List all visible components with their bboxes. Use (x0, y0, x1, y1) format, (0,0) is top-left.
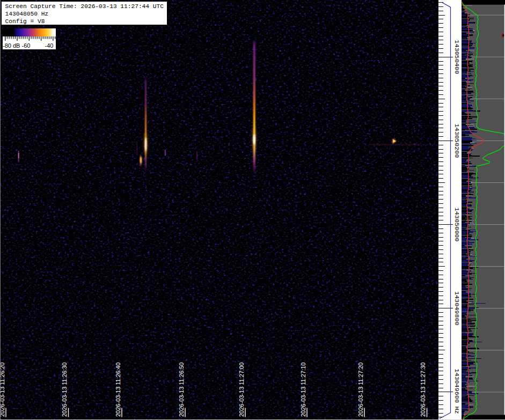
svg-text:143050000: 143050000 (453, 208, 460, 242)
svg-text:-80 dB -60: -80 dB -60 (3, 42, 30, 49)
svg-text:Hz: Hz (453, 407, 460, 414)
svg-text:143049800: 143049800 (453, 291, 460, 326)
svg-text:143050200: 143050200 (453, 124, 460, 158)
svg-text:143050400: 143050400 (453, 40, 460, 74)
svg-text:143049600: 143049600 (453, 369, 460, 403)
svg-text:-40: -40 (45, 42, 53, 49)
